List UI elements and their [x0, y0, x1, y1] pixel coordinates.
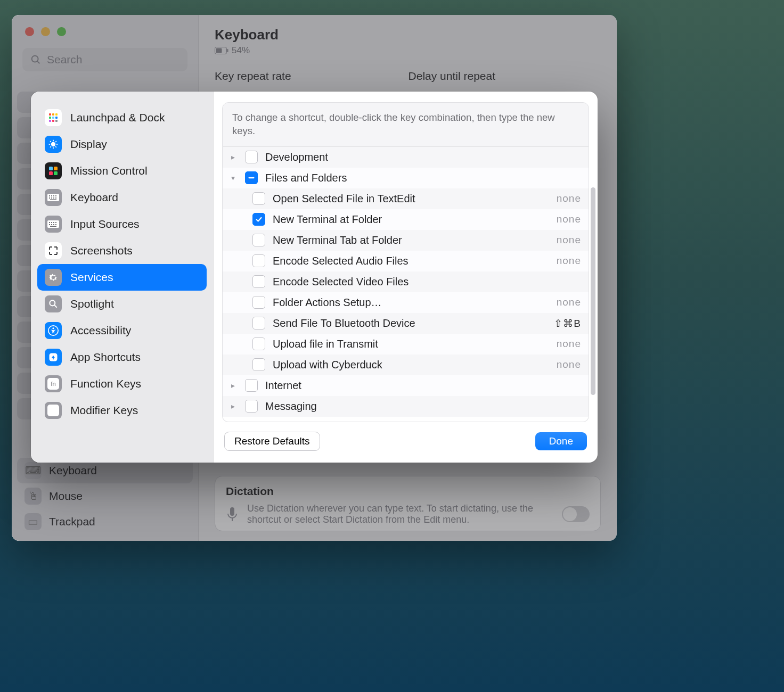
acc-icon	[45, 322, 62, 339]
sidebar-item-label: Services	[70, 271, 113, 284]
svg-rect-8	[52, 113, 54, 116]
checkbox[interactable]	[252, 192, 265, 205]
shortcut-value[interactable]: none	[557, 193, 581, 204]
chevron-right-icon[interactable]: ▸	[228, 153, 238, 161]
sidebar-item-services[interactable]: Services	[37, 264, 207, 291]
svg-rect-40	[49, 222, 50, 223]
svg-text:fn: fn	[51, 381, 55, 387]
search-icon	[45, 295, 62, 312]
shortcut-value[interactable]: none	[557, 338, 581, 350]
svg-rect-46	[53, 224, 54, 225]
kb-icon	[45, 189, 62, 206]
svg-line-20	[50, 146, 51, 147]
checkbox[interactable]	[252, 213, 265, 226]
shortcut-row[interactable]: Encode Selected Audio Filesnone	[223, 251, 589, 271]
sidebar-item-input-sources[interactable]: Input Sources	[37, 211, 207, 237]
sidebar-item-label: Display	[70, 138, 107, 151]
shortcut-value[interactable]: none	[557, 296, 581, 308]
sidebar-item-app-shortcuts[interactable]: App Shortcuts	[37, 344, 207, 370]
shortcut-group-row[interactable]: ▾Files and Folders	[223, 168, 589, 188]
checkbox[interactable]	[252, 254, 265, 267]
checkbox[interactable]	[252, 317, 265, 329]
sidebar-item-label: Keyboard	[70, 191, 118, 204]
sidebar-item-label: Spotlight	[70, 298, 114, 310]
shortcut-label: Folder Actions Setup…	[273, 296, 549, 309]
up-icon	[45, 402, 62, 419]
sidebar-item-label: Screenshots	[70, 244, 133, 257]
shortcut-row[interactable]: Upload with Cyberducknone	[223, 355, 589, 375]
shortcut-row[interactable]: New Terminal at Foldernone	[223, 209, 589, 230]
chevron-right-icon[interactable]: ▸	[228, 402, 238, 410]
sidebar-item-screenshots[interactable]: Screenshots	[37, 237, 207, 264]
done-button[interactable]: Done	[535, 432, 587, 450]
svg-rect-32	[53, 195, 54, 196]
shortcut-label: Files and Folders	[265, 172, 581, 184]
shortcut-row[interactable]: New Terminal Tab at Foldernone	[223, 230, 589, 251]
shortcut-label: Upload with Cyberduck	[273, 359, 549, 371]
chevron-down-icon[interactable]: ▾	[228, 174, 238, 182]
sidebar-item-function-keys[interactable]: fnFunction Keys	[37, 370, 207, 397]
svg-rect-30	[49, 195, 50, 196]
checkbox[interactable]	[245, 151, 258, 163]
shortcut-value[interactable]: none	[557, 234, 581, 246]
shortcut-row[interactable]: Folder Actions Setup…none	[223, 292, 589, 313]
shortcut-label: Encode Selected Audio Files	[273, 255, 549, 267]
svg-rect-47	[55, 224, 56, 225]
svg-rect-14	[52, 120, 54, 122]
shortcut-label: New Terminal Tab at Folder	[273, 234, 549, 246]
shortcut-value[interactable]: none	[557, 213, 581, 225]
svg-point-49	[50, 300, 55, 306]
checkbox[interactable]	[252, 275, 265, 288]
svg-rect-9	[55, 113, 58, 116]
checkbox[interactable]	[252, 234, 265, 246]
ss-icon	[45, 242, 62, 259]
svg-rect-45	[51, 224, 52, 225]
sidebar-item-label: Launchpad & Dock	[70, 111, 165, 124]
checkbox[interactable]	[245, 379, 258, 392]
checkbox[interactable]	[245, 400, 258, 413]
sidebar-item-spotlight[interactable]: Spotlight	[37, 291, 207, 317]
chevron-right-icon[interactable]: ▸	[228, 381, 238, 390]
shortcut-group-row[interactable]: ▸Internet	[223, 375, 589, 396]
sidebar-item-display[interactable]: Display	[37, 131, 207, 158]
shortcut-value[interactable]: none	[557, 255, 581, 267]
shortcut-value[interactable]: none	[557, 359, 581, 370]
sidebar-item-mission-control[interactable]: Mission Control	[37, 158, 207, 184]
shortcut-row[interactable]: Upload file in Transmitnone	[223, 334, 589, 355]
shortcut-row[interactable]: Open Selected File in TextEditnone	[223, 188, 589, 209]
shortcut-group-row[interactable]: ▸Development	[223, 147, 589, 168]
sidebar-item-label: Accessibility	[70, 324, 131, 337]
svg-rect-7	[49, 113, 51, 116]
svg-line-50	[54, 305, 57, 308]
svg-rect-38	[50, 200, 56, 201]
svg-rect-15	[55, 120, 58, 122]
sidebar-item-modifier-keys[interactable]: Modifier Keys	[37, 397, 207, 424]
shortcut-label: Encode Selected Video Files	[273, 276, 581, 288]
shortcut-label: Internet	[265, 380, 581, 392]
shortcut-row[interactable]: Send File To Bluetooth Device⇧⌘B	[223, 313, 589, 334]
svg-rect-26	[54, 167, 58, 170]
checkbox-mixed[interactable]	[245, 171, 258, 184]
svg-rect-12	[55, 117, 58, 119]
modal-main: To change a shortcut, double-click the k…	[214, 92, 598, 463]
shortcut-label: Send File To Bluetooth Device	[273, 317, 546, 329]
grid-icon	[45, 109, 62, 126]
svg-rect-36	[53, 197, 54, 199]
shortcut-row[interactable]: Encode Selected Video Files	[223, 271, 589, 292]
checkbox[interactable]	[252, 296, 265, 309]
shortcut-group-row[interactable]: ▸Messaging	[223, 396, 589, 417]
checkbox[interactable]	[252, 337, 265, 350]
shortcut-value[interactable]: ⇧⌘B	[554, 317, 581, 329]
sidebar-item-label: Modifier Keys	[70, 404, 138, 417]
shortcuts-modal: Launchpad & DockDisplayMission ControlKe…	[31, 92, 598, 463]
restore-defaults-button[interactable]: Restore Defaults	[224, 432, 320, 451]
sidebar-item-accessibility[interactable]: Accessibility	[37, 317, 207, 344]
sidebar-item-label: App Shortcuts	[70, 351, 141, 364]
modal-scrollbar[interactable]	[591, 187, 595, 395]
sidebar-item-keyboard[interactable]: Keyboard	[37, 184, 207, 211]
sidebar-item-launchpad[interactable]: Launchpad & Dock	[37, 104, 207, 131]
svg-rect-41	[51, 222, 52, 223]
checkbox[interactable]	[252, 358, 265, 371]
svg-rect-43	[55, 222, 56, 223]
sidebar-item-label: Mission Control	[70, 164, 148, 177]
